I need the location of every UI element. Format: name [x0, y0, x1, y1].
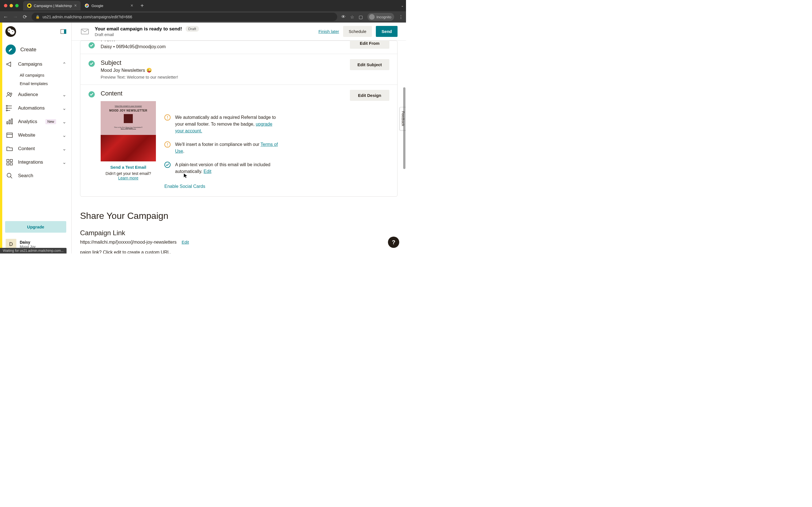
edit-subject-button[interactable]: Edit Subject — [350, 59, 389, 70]
audience-icon — [6, 91, 13, 99]
chevron-down-icon: ⌄ — [62, 105, 66, 111]
svg-point-14 — [6, 110, 7, 111]
browser-tab[interactable]: Google × — [81, 1, 137, 10]
minimize-window-icon[interactable] — [10, 4, 13, 7]
learn-more-link[interactable]: Learn more — [118, 176, 139, 180]
preview-brand: MOOD JOY NEWSLETTER — [101, 109, 156, 112]
section-content: Content View this email in your browser … — [80, 85, 397, 196]
bookmark-star-icon[interactable]: ☆ — [350, 14, 354, 20]
window-controls[interactable] — [4, 4, 18, 7]
share-title: Share Your Campaign — [80, 211, 398, 221]
upgrade-button[interactable]: Upgrade — [5, 221, 66, 233]
kebab-menu-icon[interactable]: ⋮ — [399, 14, 403, 20]
from-value: Daisy • 06f94c95@moodjoy.com — [101, 44, 344, 49]
check-circle-outline-icon — [164, 162, 170, 168]
collapse-sidebar-icon[interactable] — [61, 29, 66, 34]
reload-button[interactable]: ⟳ — [22, 14, 28, 20]
edit-from-button[interactable]: Edit From — [350, 41, 389, 49]
finish-later-link[interactable]: Finish later — [318, 29, 339, 34]
lock-icon: 🔒 — [36, 15, 40, 19]
section-subject: Subject Mood Joy Newsletters 😜 Preview T… — [80, 54, 397, 85]
close-window-icon[interactable] — [4, 4, 7, 7]
sidebar-create[interactable]: Create — [0, 42, 71, 57]
tab-title: Campaigns | Mailchimp — [34, 4, 72, 8]
send-button[interactable]: Send — [376, 26, 398, 37]
svg-point-11 — [10, 93, 12, 95]
sidebar-sub-email-templates[interactable]: Email templates — [20, 79, 71, 88]
url-input[interactable]: 🔒 us21.admin.mailchimp.com/campaigns/edi… — [32, 13, 337, 21]
sidebar-item-label: Audience — [18, 92, 58, 98]
maximize-window-icon[interactable] — [15, 4, 18, 7]
user-name: Daisy — [20, 240, 36, 244]
subject-value: Mood Joy Newsletters 😜 — [101, 68, 344, 73]
new-badge: New — [45, 119, 56, 124]
svg-rect-22 — [7, 163, 9, 165]
sidebar-item-label: Create — [20, 47, 66, 53]
check-circle-icon — [88, 91, 95, 98]
svg-point-1 — [28, 4, 31, 7]
sidebar-item-campaigns[interactable]: Campaigns ⌃ — [0, 57, 71, 71]
svg-rect-21 — [10, 159, 12, 162]
panel-icon[interactable]: ▢ — [359, 14, 363, 20]
page-subtitle: Draft email — [95, 33, 313, 37]
chevron-up-icon: ⌃ — [62, 61, 66, 67]
sidebar-item-label: Analytics — [18, 119, 41, 124]
sidebar-item-audience[interactable]: Audience ⌄ — [0, 88, 71, 101]
notice-plaintext: A plain-text version of this email will … — [164, 161, 344, 175]
sidebar-item-search[interactable]: Search — [0, 169, 71, 182]
svg-rect-9 — [64, 29, 66, 34]
eye-off-icon[interactable]: 👁 — [341, 14, 346, 19]
edit-plaintext-link[interactable]: Edit — [204, 169, 211, 174]
url-text: us21.admin.mailchimp.com/campaigns/edit?… — [43, 15, 333, 19]
enable-social-cards-link[interactable]: Enable Social Cards — [164, 184, 344, 189]
sidebar-item-website[interactable]: Website ⌄ — [0, 128, 71, 142]
close-tab-icon[interactable]: × — [131, 3, 133, 8]
incognito-icon — [369, 14, 375, 20]
chevron-down-icon: ⌄ — [62, 92, 66, 98]
email-preview-thumbnail[interactable]: View this email in your browser MOOD JOY… — [101, 101, 156, 161]
grid-icon — [6, 158, 13, 166]
mailchimp-favicon-icon — [27, 3, 32, 8]
send-test-email-link[interactable]: Send a Test Email — [110, 165, 146, 170]
check-circle-icon — [88, 42, 95, 49]
automations-icon — [6, 104, 13, 112]
close-tab-icon[interactable]: × — [74, 3, 77, 8]
sidebar-sub-all-campaigns[interactable]: All campaigns — [20, 71, 71, 79]
browser-status-bar: Waiting for us21.admin.mailchimp.com... — [0, 248, 66, 253]
sidebar-item-analytics[interactable]: Analytics New ⌄ — [0, 115, 71, 128]
svg-line-25 — [10, 177, 12, 178]
schedule-button[interactable]: Schedule — [343, 26, 372, 37]
preview-view-link: View this email in your browser — [101, 105, 156, 107]
forward-button[interactable]: → — [12, 14, 18, 20]
back-button[interactable]: ← — [3, 14, 8, 20]
edit-design-button[interactable]: Edit Design — [350, 90, 389, 101]
address-bar: ← → ⟳ 🔒 us21.admin.mailchimp.com/campaig… — [0, 11, 406, 22]
bar-chart-icon — [6, 118, 13, 126]
sidebar-item-label: Website — [18, 132, 58, 138]
sidebar-item-integrations[interactable]: Integrations ⌄ — [0, 156, 71, 169]
edit-campaign-url-link[interactable]: Edit — [182, 240, 189, 244]
help-bubble[interactable]: ? — [388, 237, 399, 248]
scrollbar-thumb[interactable] — [403, 87, 405, 169]
sidebar-item-content[interactable]: Content ⌄ — [0, 142, 71, 156]
window-icon — [6, 131, 13, 139]
page-title: Your email campaign is ready to send! — [95, 26, 182, 32]
notice-footer: We'll insert a footer in compliance with… — [164, 141, 344, 155]
section-from: From Daisy • 06f94c95@moodjoy.com Edit F… — [80, 41, 397, 54]
campaign-url: https://mailchi.mp/[xxxxxx]/mood-joy-new… — [80, 240, 176, 245]
megaphone-icon — [6, 60, 13, 68]
preview-text: Preview Text: Welcome to our newsletter! — [101, 75, 344, 79]
expand-tabs-icon[interactable]: ⌄ — [401, 4, 404, 8]
section-title: Subject — [101, 59, 344, 66]
chevron-down-icon: ⌄ — [62, 119, 66, 125]
mailchimp-logo-icon[interactable] — [5, 26, 16, 37]
warning-circle-icon — [164, 114, 170, 121]
incognito-badge[interactable]: Incognito — [367, 13, 394, 21]
new-tab-button[interactable]: + — [137, 3, 147, 9]
sidebar-item-label: Content — [18, 146, 58, 152]
sidebar-item-automations[interactable]: Automations ⌄ — [0, 101, 71, 115]
svg-point-35 — [167, 146, 168, 146]
browser-tab-active[interactable]: Campaigns | Mailchimp × — [23, 1, 81, 10]
incognito-label: Incognito — [376, 15, 391, 19]
page-header: Your email campaign is ready to send! Dr… — [71, 22, 406, 41]
